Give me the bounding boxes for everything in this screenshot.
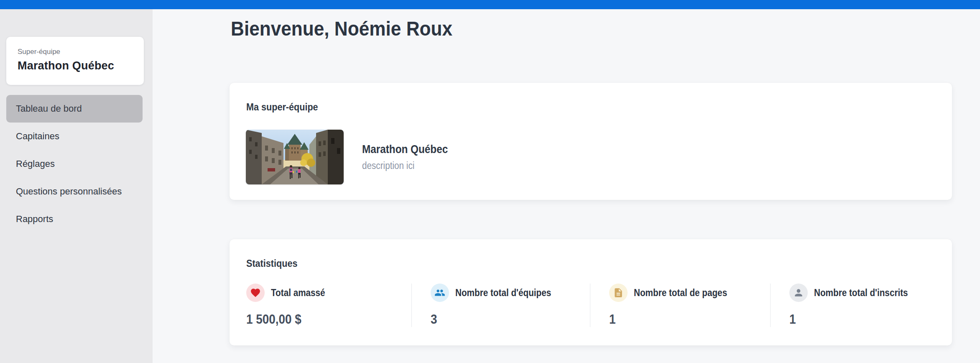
- stat-label: Nombre total d'inscrits: [814, 287, 919, 299]
- stat-value: 3: [431, 312, 582, 327]
- sidebar-item-questions-personnalisees[interactable]: Questions personnalisées: [6, 178, 143, 205]
- sidebar: Super-équipe Marathon Québec Tableau de …: [0, 9, 153, 363]
- person-icon: [789, 284, 808, 302]
- top-accent-bar: [0, 0, 980, 9]
- stat-label: Nombre total de pages: [634, 287, 738, 299]
- team-card-name: Marathon Québec: [18, 59, 133, 72]
- sidebar-item-label: Tableau de bord: [16, 103, 82, 114]
- stat-nombre-equipes: Nombre total d'équipes 3: [411, 284, 590, 327]
- sidebar-item-rapports[interactable]: Rapports: [6, 205, 143, 233]
- team-card-label: Super-équipe: [18, 48, 133, 56]
- team-card: Ma super-équipe: [230, 83, 952, 200]
- team-name: Marathon Québec: [362, 143, 457, 156]
- sidebar-nav: Tableau de bord Capitaines Réglages Ques…: [6, 95, 143, 233]
- stats-row: Total amassé 1 500,00 $ Nombre total d'é…: [246, 284, 935, 327]
- stat-total-amasse: Total amassé 1 500,00 $: [246, 284, 411, 327]
- document-icon: [609, 284, 628, 302]
- sidebar-item-label: Réglages: [16, 158, 55, 169]
- stat-value: 1: [609, 312, 762, 327]
- sidebar-team-card: Super-équipe Marathon Québec: [6, 37, 144, 85]
- stat-nombre-inscrits: Nombre total d'inscrits 1: [770, 284, 935, 327]
- page-title: Bienvenue, Noémie Roux: [231, 18, 472, 40]
- stats-card-title: Statistiques: [246, 258, 303, 269]
- team-photo: [246, 130, 344, 184]
- sidebar-item-capitaines[interactable]: Capitaines: [6, 123, 143, 150]
- stats-card: Statistiques Total amassé 1 500,00 $ Nom…: [230, 239, 952, 345]
- sidebar-item-tableau-de-bord[interactable]: Tableau de bord: [6, 95, 143, 123]
- sidebar-item-label: Questions personnalisées: [16, 186, 122, 197]
- stat-nombre-pages: Nombre total de pages 1: [590, 284, 770, 327]
- stat-value: 1: [789, 312, 927, 327]
- stat-value: 1 500,00 $: [246, 312, 403, 327]
- team-meta: Marathon Québec description ici: [362, 143, 457, 171]
- sidebar-item-label: Rapports: [16, 214, 53, 225]
- stat-label: Total amassé: [271, 287, 331, 299]
- team-card-title: Ma super-équipe: [246, 101, 326, 113]
- people-icon: [431, 284, 449, 302]
- heart-icon: [246, 284, 265, 302]
- team-description: description ici: [362, 160, 457, 171]
- stat-label: Nombre total d'équipes: [455, 287, 562, 299]
- sidebar-item-reglages[interactable]: Réglages: [6, 150, 143, 178]
- sidebar-item-label: Capitaines: [16, 131, 59, 142]
- team-row: Marathon Québec description ici: [246, 130, 457, 184]
